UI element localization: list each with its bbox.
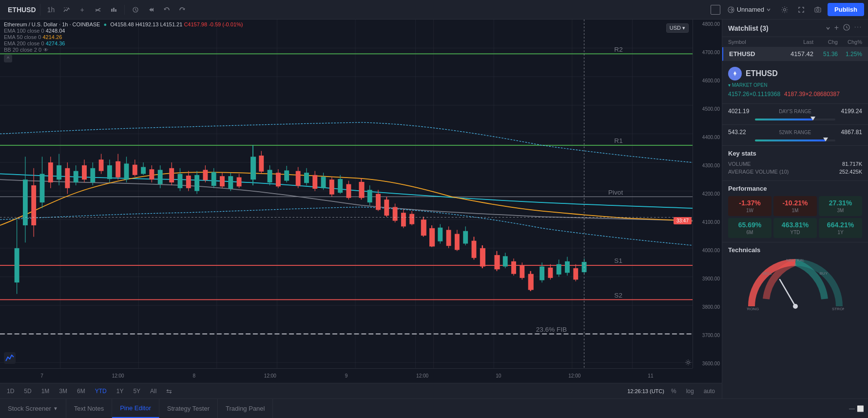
chart-svg: R2 R1 Pivot S1 S2 23.6% FIB <box>0 20 693 368</box>
bottom-minimize-icon[interactable]: — <box>849 405 855 412</box>
svg-rect-106 <box>304 173 309 183</box>
chart-type-btn[interactable] <box>107 3 120 17</box>
svg-rect-146 <box>480 248 485 267</box>
bottom-expand-icon[interactable]: ⬜ <box>857 405 864 412</box>
tab-pine-editor[interactable]: Pine Editor <box>112 399 159 418</box>
auto-btn[interactable]: auto <box>701 387 718 396</box>
svg-rect-2 <box>113 8 115 12</box>
avg-volume-value: 252.425K <box>839 169 862 175</box>
camera-btn[interactable] <box>811 3 825 17</box>
perf-ytd-label: YTD <box>777 230 813 235</box>
svg-text:BUY: BUY <box>819 271 828 276</box>
period-5y[interactable]: 5Y <box>130 387 143 396</box>
week52-range-section: 543.22 52WK RANGE 4867.81 <box>722 125 868 146</box>
rewind-btn[interactable] <box>144 3 158 17</box>
tab-stock-screener[interactable]: Stock Screener ▼ <box>0 399 66 418</box>
ask-price: 4187.39×2.08680387 <box>784 91 840 98</box>
period-ytd[interactable]: YTD <box>92 387 110 396</box>
period-1y[interactable]: 1Y <box>114 387 127 396</box>
svg-line-182 <box>780 279 795 306</box>
period-3m[interactable]: 3M <box>56 387 70 396</box>
unnamed-dropdown[interactable]: Unnamed <box>723 4 775 16</box>
svg-rect-116 <box>347 184 351 198</box>
svg-rect-40 <box>15 248 19 282</box>
days-range-bar-wrapper <box>728 118 862 120</box>
svg-rect-110 <box>321 177 326 188</box>
volume-row: VOLUME 81.717K <box>728 161 862 167</box>
key-stats-title: Key stats <box>728 150 862 157</box>
period-1m[interactable]: 1M <box>39 387 53 396</box>
technicals-section: Technicals <box>722 242 868 315</box>
svg-rect-94 <box>251 157 256 179</box>
period-6m[interactable]: 6M <box>74 387 88 396</box>
svg-rect-58 <box>90 168 95 182</box>
redo-btn[interactable] <box>175 3 189 17</box>
publish-button[interactable]: Publish <box>828 3 864 16</box>
add-indicator-btn[interactable]: + <box>76 3 89 17</box>
week52-range-row: 543.22 52WK RANGE 4867.81 <box>728 129 862 136</box>
symbol-name: ETHUSD <box>746 69 778 78</box>
watchlist-more-icon[interactable]: ··· <box>854 23 862 33</box>
tab-strategy-tester[interactable]: Strategy Tester <box>159 399 218 418</box>
svg-rect-96 <box>259 156 264 172</box>
period-all[interactable]: All <box>147 387 159 396</box>
svg-rect-50 <box>57 165 61 179</box>
tab-stock-screener-arrow[interactable]: ▼ <box>53 406 58 411</box>
rectangle-tool-btn[interactable] <box>711 5 720 15</box>
svg-rect-150 <box>503 256 508 266</box>
svg-rect-126 <box>393 207 398 220</box>
svg-rect-140 <box>455 234 460 250</box>
gauge-svg: STRONG SELL SELL NEUTRAL BUY STRONG BUY <box>747 258 844 311</box>
perf-ytd-pct: 463.81% <box>777 221 813 229</box>
chart-timestamp: 12:26:13 (UTC) <box>627 388 664 394</box>
undo-btn[interactable] <box>160 3 174 17</box>
replay-btn[interactable] <box>129 3 142 17</box>
svg-rect-128 <box>401 213 406 226</box>
perf-1w-label: 1W <box>732 208 768 213</box>
chart-settings-btn[interactable] <box>685 359 692 367</box>
svg-rect-44 <box>31 185 36 225</box>
toolbar-right: Unnamed Publish <box>711 3 864 17</box>
bid-price: 4157.26×0.1119368 <box>728 91 780 98</box>
watchlist-dropdown-icon[interactable] <box>826 26 830 31</box>
compare-period-btn[interactable]: ⇆ <box>163 386 175 396</box>
chart-svg-wrapper: R2 R1 Pivot S1 S2 23.6% FIB 33:47 <box>0 20 693 368</box>
indicators-btn[interactable] <box>60 3 74 17</box>
fullscreen-btn[interactable] <box>794 3 808 17</box>
days-range-fill <box>755 119 813 120</box>
days-range-high: 4199.24 <box>835 108 862 115</box>
watchlist-clock-icon[interactable] <box>843 23 850 33</box>
tab-text-notes[interactable]: Text Notes <box>66 399 112 418</box>
week52-range-bar <box>755 139 835 141</box>
avg-volume-row: AVERAGE VOLUME (10) 252.425K <box>728 169 862 175</box>
svg-rect-120 <box>367 190 372 202</box>
settings-btn[interactable] <box>778 3 791 17</box>
svg-rect-122 <box>376 194 381 210</box>
svg-rect-3 <box>115 9 116 12</box>
compare-btn[interactable] <box>91 3 105 17</box>
volume-label: VOLUME <box>728 161 751 167</box>
symbol-label[interactable]: ETHUSD <box>4 4 40 16</box>
perf-3m-pct: 27.31% <box>823 199 858 207</box>
week52-range-low: 543.22 <box>728 129 755 136</box>
usd-selector[interactable]: USD ▾ <box>666 23 689 33</box>
period-5d[interactable]: 5D <box>21 387 34 396</box>
svg-rect-86 <box>212 172 216 186</box>
svg-rect-160 <box>548 268 553 278</box>
perf-1y-pct: 664.21% <box>823 221 858 229</box>
svg-rect-66 <box>124 163 129 179</box>
percent-btn[interactable]: % <box>668 387 679 396</box>
avg-volume-label: AVERAGE VOLUME (10) <box>728 169 789 175</box>
interval-btn[interactable]: 1h <box>44 3 58 17</box>
chart-canvas[interactable]: Ethereum / U.S. Dollar · 1h · COINBASE ●… <box>0 20 722 383</box>
week52-range-label: 52WK RANGE <box>759 130 831 135</box>
period-1d[interactable]: 1D <box>4 387 17 396</box>
tab-trading-panel[interactable]: Trading Panel <box>218 399 273 418</box>
log-btn[interactable]: log <box>683 387 697 396</box>
chart-bottom-right: 12:26:13 (UTC) % log auto <box>627 387 718 396</box>
svg-rect-134 <box>429 228 435 247</box>
watchlist-header-icons: + ··· <box>834 23 862 33</box>
watchlist-add-icon[interactable]: + <box>834 23 839 33</box>
col-last: Last <box>779 39 813 45</box>
watchlist-row-ethusd[interactable]: ETHUSD 4157.42 51.36 1.25% <box>722 47 868 61</box>
